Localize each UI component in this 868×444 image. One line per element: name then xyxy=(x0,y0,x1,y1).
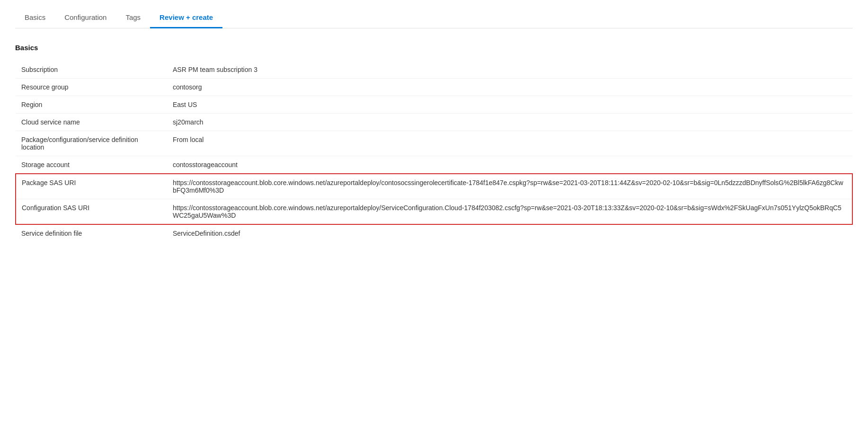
table-row: Package/configuration/service definition… xyxy=(16,131,852,156)
table-row: Package SAS URIhttps://contosstorageacco… xyxy=(16,174,852,199)
field-label-service-definition-file: Service definition file xyxy=(16,224,167,242)
field-value-configuration-sas-uri: https://contosstorageaccount.blob.core.w… xyxy=(167,199,852,225)
table-row: Service definition fileServiceDefinition… xyxy=(16,224,852,242)
table-row: Configuration SAS URIhttps://contosstora… xyxy=(16,199,852,225)
field-label-storage-account: Storage account xyxy=(16,156,167,174)
field-label-package-sas-uri: Package SAS URI xyxy=(16,174,167,199)
tab-bar: BasicsConfigurationTagsReview + create xyxy=(15,8,853,28)
field-value-package-config-location: From local xyxy=(167,131,852,156)
section-heading: Basics xyxy=(15,44,853,52)
tab-basics[interactable]: Basics xyxy=(15,8,55,28)
field-value-resource-group: contosorg xyxy=(167,79,852,96)
field-label-subscription: Subscription xyxy=(16,61,167,79)
table-row: Storage accountcontosstorageaccount xyxy=(16,156,852,174)
field-label-region: Region xyxy=(16,96,167,114)
field-label-cloud-service-name: Cloud service name xyxy=(16,114,167,131)
field-value-service-definition-file: ServiceDefinition.csdef xyxy=(167,224,852,242)
field-value-region: East US xyxy=(167,96,852,114)
table-row: Resource groupcontosorg xyxy=(16,79,852,96)
field-label-configuration-sas-uri: Configuration SAS URI xyxy=(16,199,167,225)
tab-tags[interactable]: Tags xyxy=(116,8,150,28)
field-label-package-config-location: Package/configuration/service definition… xyxy=(16,131,167,156)
field-label-resource-group: Resource group xyxy=(16,79,167,96)
table-row: SubscriptionASR PM team subscription 3 xyxy=(16,61,852,79)
table-row: Cloud service namesj20march xyxy=(16,114,852,131)
tab-review-create[interactable]: Review + create xyxy=(150,8,222,28)
field-value-storage-account: contosstorageaccount xyxy=(167,156,852,174)
tab-configuration[interactable]: Configuration xyxy=(55,8,116,28)
table-row: RegionEast US xyxy=(16,96,852,114)
field-value-package-sas-uri: https://contosstorageaccount.blob.core.w… xyxy=(167,174,852,199)
field-value-subscription: ASR PM team subscription 3 xyxy=(167,61,852,79)
details-table: SubscriptionASR PM team subscription 3Re… xyxy=(15,61,853,242)
field-value-cloud-service-name: sj20march xyxy=(167,114,852,131)
page-container: BasicsConfigurationTagsReview + create B… xyxy=(0,0,868,444)
